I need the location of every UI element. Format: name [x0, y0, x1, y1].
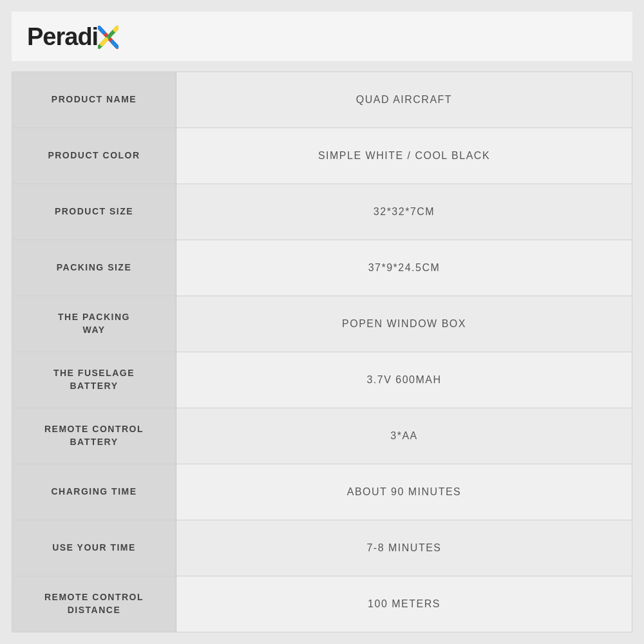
spec-label-text: CHARGING TIME: [51, 486, 137, 498]
spec-value-text: 3.7V 600MAH: [366, 374, 441, 386]
page-wrapper: Peradi PRODUCT NAMEQUAD AIRCRAFTPRODUCT …: [0, 0, 644, 644]
spec-value: ABOUT 90 MINUTES: [176, 464, 632, 520]
spec-label: THE FUSELAGEBATTERY: [12, 352, 176, 408]
spec-value-text: POPEN WINDOW BOX: [342, 318, 466, 330]
table-row: USE YOUR TIME7-8 MINUTES: [12, 520, 632, 576]
spec-label-text: THE PACKINGWAY: [58, 311, 130, 336]
table-row: PACKING SIZE37*9*24.5CM: [12, 240, 632, 296]
table-row: PRODUCT SIZE32*32*7CM: [12, 184, 632, 240]
logo-area: Peradi: [12, 12, 632, 61]
spec-value-text: 7-8 MINUTES: [366, 542, 441, 554]
spec-label-text: PRODUCT SIZE: [55, 205, 133, 218]
spec-label-text: PRODUCT COLOR: [48, 149, 140, 162]
spec-value: 100 METERS: [176, 576, 632, 632]
spec-label: REMOTE CONTROLBATTERY: [12, 408, 176, 464]
spec-value: 37*9*24.5CM: [176, 240, 632, 296]
table-row: PRODUCT COLORSIMPLE WHITE / COOL BLACK: [12, 128, 632, 184]
table-row: THE PACKINGWAYPOPEN WINDOW BOX: [12, 296, 632, 352]
table-row: REMOTE CONTROLBATTERY3*AA: [12, 408, 632, 464]
table-row: THE FUSELAGEBATTERY3.7V 600MAH: [12, 352, 632, 408]
spec-label: CHARGING TIME: [12, 464, 176, 520]
logo-prefix: Peradi: [27, 23, 98, 50]
spec-value-text: ABOUT 90 MINUTES: [347, 486, 462, 498]
spec-label-text: PACKING SIZE: [57, 261, 132, 274]
spec-label: USE YOUR TIME: [12, 520, 176, 576]
logo-x-icon: [98, 23, 118, 50]
table-row: CHARGING TIMEABOUT 90 MINUTES: [12, 464, 632, 520]
spec-label-text: THE FUSELAGEBATTERY: [53, 367, 135, 392]
spec-value-text: 37*9*24.5CM: [368, 262, 440, 274]
spec-value-text: 100 METERS: [368, 598, 440, 610]
spec-value: 3.7V 600MAH: [176, 352, 632, 408]
spec-value: 3*AA: [176, 408, 632, 464]
spec-value-text: 3*AA: [390, 430, 417, 442]
spec-value: POPEN WINDOW BOX: [176, 296, 632, 352]
brand-name: Peradi: [27, 23, 118, 52]
spec-value: QUAD AIRCRAFT: [176, 72, 632, 128]
spec-label: THE PACKINGWAY: [12, 296, 176, 352]
spec-label: PACKING SIZE: [12, 240, 176, 296]
spec-value-text: SIMPLE WHITE / COOL BLACK: [318, 150, 490, 162]
spec-label-text: PRODUCT NAME: [52, 93, 137, 106]
spec-label-text: REMOTE CONTROLDISTANCE: [44, 591, 144, 616]
spec-label: PRODUCT COLOR: [12, 128, 176, 184]
spec-label: PRODUCT NAME: [12, 72, 176, 128]
spec-value-text: 32*32*7CM: [374, 206, 435, 218]
spec-value: 7-8 MINUTES: [176, 520, 632, 576]
spec-label: REMOTE CONTROLDISTANCE: [12, 576, 176, 632]
spec-value: 32*32*7CM: [176, 184, 632, 240]
spec-value-text: QUAD AIRCRAFT: [356, 94, 452, 106]
table-row: REMOTE CONTROLDISTANCE100 METERS: [12, 576, 632, 632]
spec-value: SIMPLE WHITE / COOL BLACK: [176, 128, 632, 184]
specs-table: PRODUCT NAMEQUAD AIRCRAFTPRODUCT COLORSI…: [12, 71, 632, 632]
spec-label: PRODUCT SIZE: [12, 184, 176, 240]
spec-label-text: USE YOUR TIME: [52, 542, 136, 554]
table-row: PRODUCT NAMEQUAD AIRCRAFT: [12, 72, 632, 128]
spec-label-text: REMOTE CONTROLBATTERY: [44, 423, 144, 448]
